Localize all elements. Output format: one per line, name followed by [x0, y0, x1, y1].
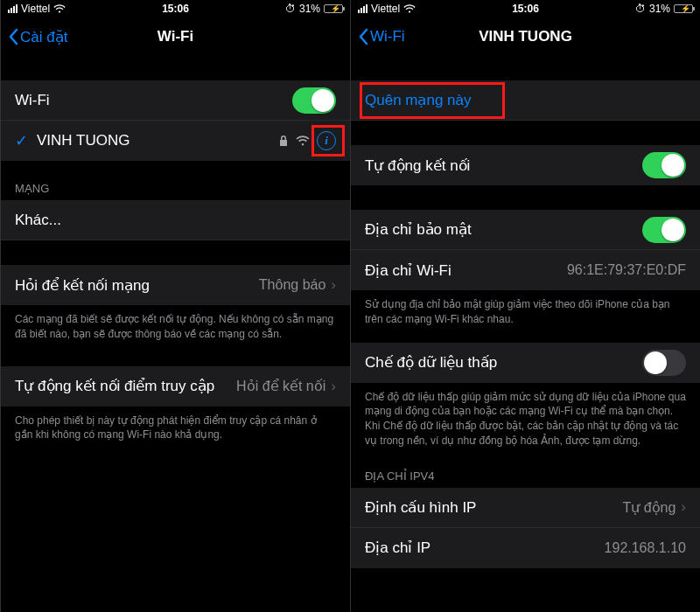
ask-to-join-label: Hỏi để kết nối mạng	[15, 276, 259, 295]
battery-pct: 31%	[299, 3, 320, 15]
nav-header: Wi-Fi VINH TUONG	[351, 17, 700, 56]
private-address-toggle[interactable]	[642, 217, 686, 243]
ip-address-value: 192.168.1.10	[605, 540, 686, 556]
wifi-status-icon	[53, 4, 66, 13]
low-data-label: Chế độ dữ liệu thấp	[365, 353, 642, 372]
back-button[interactable]: Cài đặt	[8, 28, 67, 46]
ask-to-join-value: Thông báo	[259, 277, 326, 293]
ask-to-join-note: Các mạng đã biết sẽ được kết nối tự động…	[1, 305, 350, 342]
auto-hotspot-value: Hỏi để kết nối	[236, 378, 326, 394]
ipv4-header: ĐỊA CHỈ IPV4	[351, 469, 700, 488]
chevron-left-icon	[8, 28, 18, 45]
low-data-toggle[interactable]	[642, 350, 686, 376]
ask-to-join-row[interactable]: Hỏi để kết nối mạng Thông báo ›	[1, 265, 350, 305]
ip-config-row[interactable]: Định cấu hình IP Tự động ›	[351, 488, 700, 528]
battery-icon: ⚡	[324, 4, 343, 13]
page-title: Wi-Fi	[158, 28, 193, 45]
wifi-address-value: 96:1E:79:37:E0:DF	[567, 262, 686, 278]
chevron-right-icon: ›	[331, 276, 336, 294]
info-icon[interactable]: i	[317, 131, 336, 150]
battery-icon: ⚡	[674, 4, 693, 13]
checkmark-icon: ✓	[15, 131, 28, 150]
back-label: Wi-Fi	[370, 28, 405, 45]
network-name: VINH TUONG	[37, 132, 278, 150]
auto-join-label: Tự động kết nối	[365, 156, 642, 175]
private-address-row[interactable]: Địa chỉ bảo mật	[351, 210, 700, 250]
clock: 15:06	[162, 3, 189, 15]
auto-hotspot-note: Cho phép thiết bị này tự động phát hiện …	[1, 407, 350, 443]
wifi-status-icon	[403, 4, 416, 13]
signal-icon	[358, 4, 368, 13]
ip-address-row: Địa chỉ IP 192.168.1.10	[351, 528, 700, 568]
wifi-address-label: Địa chỉ Wi-Fi	[365, 261, 567, 280]
auto-join-toggle[interactable]	[642, 152, 686, 178]
carrier-label: Viettel	[371, 3, 400, 15]
wifi-strength-icon	[296, 136, 310, 146]
private-address-note: Sử dụng địa chỉ bảo mật giúp giảm việc t…	[351, 290, 700, 327]
alarm-icon: ⏱	[285, 3, 296, 15]
low-data-row[interactable]: Chế độ dữ liệu thấp	[351, 343, 700, 383]
battery-pct: 31%	[649, 3, 670, 15]
status-bar: Viettel 15:06 ⏱ 31% ⚡	[1, 0, 350, 17]
status-bar: Viettel 15:06 ⏱ 31% ⚡	[351, 0, 700, 17]
phone-right: Viettel 15:06 ⏱ 31% ⚡ Wi-Fi VINH TUONG Q…	[350, 0, 700, 612]
networks-header: MẠNG	[1, 182, 350, 200]
chevron-right-icon: ›	[681, 498, 686, 516]
wifi-toggle[interactable]	[292, 87, 336, 114]
forget-network-label: Quên mạng này	[365, 91, 686, 109]
ip-config-value: Tự động	[622, 499, 676, 516]
other-network-row[interactable]: Khác...	[1, 200, 350, 240]
wifi-toggle-row[interactable]: Wi-Fi	[1, 80, 350, 121]
alarm-icon: ⏱	[635, 3, 646, 15]
ip-config-label: Định cấu hình IP	[365, 498, 622, 517]
auto-hotspot-label: Tự động kết nối điểm truy cập	[15, 377, 236, 395]
wifi-toggle-label: Wi-Fi	[15, 92, 292, 109]
signal-icon	[8, 4, 18, 13]
lock-icon	[278, 135, 289, 147]
ip-address-label: Địa chỉ IP	[365, 539, 605, 557]
page-title: VINH TUONG	[479, 28, 572, 45]
phone-left: Viettel 15:06 ⏱ 31% ⚡ Cài đặt Wi-Fi Wi-F…	[0, 0, 350, 612]
connected-network-row[interactable]: ✓ VINH TUONG i	[1, 121, 350, 161]
back-button[interactable]: Wi-Fi	[358, 28, 405, 45]
back-label: Cài đặt	[20, 28, 67, 46]
low-data-note: Chế độ dữ liệu thấp giúp giảm mức sử dụn…	[351, 383, 700, 449]
private-address-label: Địa chỉ bảo mật	[365, 220, 642, 239]
carrier-label: Viettel	[21, 3, 50, 15]
forget-network-row[interactable]: Quên mạng này	[351, 80, 700, 121]
nav-header: Cài đặt Wi-Fi	[1, 17, 350, 56]
chevron-right-icon: ›	[331, 378, 336, 395]
clock: 15:06	[512, 3, 539, 15]
other-label: Khác...	[15, 212, 336, 229]
auto-join-row[interactable]: Tự động kết nối	[351, 145, 700, 185]
wifi-address-row: Địa chỉ Wi-Fi 96:1E:79:37:E0:DF	[351, 250, 700, 290]
chevron-left-icon	[358, 28, 368, 45]
auto-hotspot-row[interactable]: Tự động kết nối điểm truy cập Hỏi để kết…	[1, 366, 350, 407]
